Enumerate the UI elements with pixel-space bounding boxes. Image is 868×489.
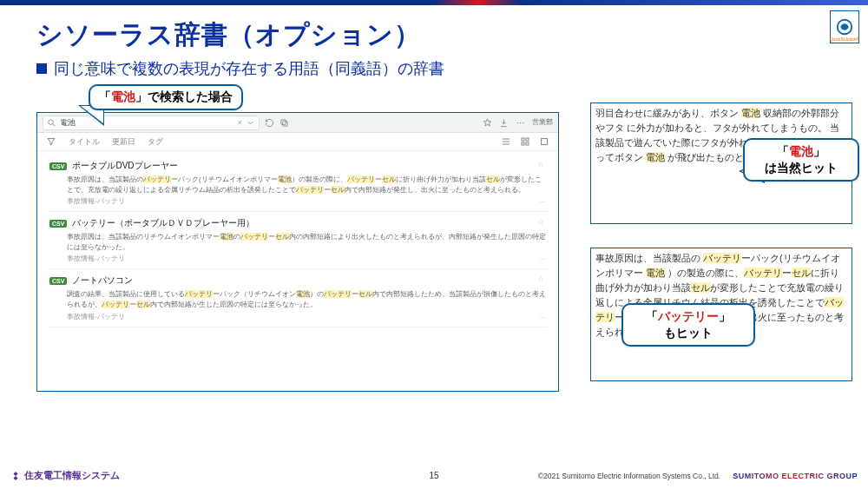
search-result[interactable]: CSVバッテリー（ポータブルＤＶＤプレーヤー用）☆事故原因は、当該製品のリチウム… [48, 212, 548, 269]
result-title: バッテリー（ポータブルＤＶＤプレーヤー用） [72, 217, 254, 229]
search-filter-row: タイトル 更新日 タグ [37, 133, 558, 151]
chevron-down-icon[interactable] [246, 118, 255, 128]
result-header: CSVポータブルDVDプレーヤー [49, 160, 546, 172]
snippet-text: の [233, 233, 240, 241]
star-icon[interactable] [483, 118, 492, 128]
snippet-text: ー [324, 186, 331, 194]
content-area: 「電池」で検索した場合 「電池」 は当然ヒット 「バッテリー」 もヒット 電池 … [36, 86, 859, 416]
search-result[interactable]: CSVポータブルDVDプレーヤー☆事故原因は、当該製品のバッテリーパック(リチウ… [48, 155, 548, 212]
product-logo-caption: QuickSolution® [830, 36, 860, 42]
keyword-highlight: 電池 [296, 290, 310, 298]
keyword-highlight: バッテリ [185, 290, 213, 298]
filetype-badge: CSV [49, 162, 67, 170]
favorite-star-icon[interactable]: ☆ [537, 160, 544, 169]
keyword-highlight: 電池 [646, 152, 665, 162]
keyword-highlight: セル [331, 186, 345, 194]
search-input-wrapper[interactable]: 電池 × [43, 116, 260, 130]
result-more-icon[interactable]: … [539, 196, 546, 204]
footer-company-logo: 住友電工情報システム [10, 469, 120, 482]
callout-search-term: 「電池」で検索した場合 [89, 84, 243, 110]
keyword-highlight: 電池 [741, 108, 760, 118]
result-title: ポータブルDVDプレーヤー [72, 160, 177, 172]
svg-point-4 [517, 122, 518, 122]
search-results-panel: 電池 × 営業部 タイトル 更新日 タグ CSVポータブ [36, 112, 559, 392]
svg-rect-9 [522, 142, 524, 145]
snippet-text: ー [782, 268, 792, 278]
bullet-square-icon [36, 63, 47, 74]
svg-rect-10 [526, 142, 529, 145]
refresh-icon[interactable] [265, 118, 274, 128]
snippet-text: ）の製造の際に、 [292, 175, 347, 183]
callout-highlight: 電池 [789, 144, 813, 158]
diamond-icon [10, 471, 21, 481]
list-view-icon[interactable] [501, 136, 511, 147]
favorite-star-icon[interactable]: ☆ [537, 217, 544, 226]
search-query-text: 電池 [60, 117, 76, 129]
keyword-highlight: バッテリ [143, 175, 171, 183]
keyword-highlight: バッテリ [347, 175, 375, 183]
result-meta: 事故情報-バッテリ… [67, 254, 546, 263]
footer-copyright: ©2021 Sumitomo Electric Information Syst… [538, 472, 720, 480]
result-more-icon[interactable]: … [539, 254, 546, 261]
svg-rect-11 [542, 139, 548, 145]
result-title: ノートパソコン [72, 274, 133, 287]
filetype-badge: CSV [49, 220, 67, 228]
snippet-text: ）の製造の際に、 [665, 268, 744, 278]
download-icon[interactable] [499, 118, 509, 128]
footer-group-brand: SUMITOMO ELECTRIC GROUP [733, 472, 858, 480]
top-accent-bar [0, 0, 868, 5]
grid-view-icon[interactable] [520, 136, 530, 147]
slide-subtitle-row: 同じ意味で複数の表現が存在する用語（同義語）の辞書 [36, 58, 868, 79]
keyword-highlight: 電池 [220, 233, 233, 241]
keyword-highlight: バッテリ [324, 290, 352, 298]
slide-subtitle: 同じ意味で複数の表現が存在する用語（同義語）の辞書 [54, 58, 444, 79]
filter-title[interactable]: タイトル [69, 136, 100, 148]
callout-text: 」で検索した場合 [135, 89, 233, 103]
keyword-highlight: セル [792, 268, 811, 278]
keyword-highlight: セル [358, 290, 372, 298]
snippet-text: ーパック(リチウムイオンポリマー [171, 175, 278, 183]
result-snippet: 事故原因は、当該製品のリチウムイオンポリマー電池のバッテリーセル内の内部短絡によ… [67, 232, 546, 252]
clear-search-button[interactable]: × [238, 118, 242, 127]
result-meta: 事故情報-バッテリ… [67, 196, 546, 206]
keyword-highlight: 電池 [278, 175, 292, 183]
favorite-star-icon[interactable]: ☆ [537, 274, 544, 283]
snippet-text: 事故原因は、当該製品の [595, 253, 703, 263]
callout-highlight: バッテリー [658, 309, 719, 323]
keyword-highlight: バッテリ [744, 268, 782, 278]
search-toolbar: 電池 × 営業部 [37, 113, 558, 133]
filter-date[interactable]: 更新日 [112, 136, 135, 148]
expand-icon[interactable] [539, 136, 549, 147]
callout-text: 「 [646, 309, 658, 323]
page-number: 15 [429, 471, 438, 480]
snippet-text: ーパック（リチウムイオン [213, 290, 296, 298]
search-icon [47, 118, 56, 128]
keyword-highlight: セル [136, 301, 150, 308]
result-more-icon[interactable]: … [539, 312, 546, 320]
svg-rect-8 [526, 138, 529, 141]
svg-rect-2 [283, 121, 288, 126]
filter-tag[interactable]: タグ [148, 136, 163, 148]
callout-text: もヒット [664, 326, 713, 340]
callout-text: 「 [99, 89, 111, 103]
callout-highlight: 電池 [111, 89, 135, 103]
snippet-text: に折り曲げ外力が加わり当該 [396, 175, 486, 183]
keyword-highlight: セル [691, 282, 710, 293]
snippet-text: ー [352, 290, 358, 298]
search-result[interactable]: CSVノートパソコン☆調査の結果、当該製品に使用しているバッテリーパック（リチウ… [48, 269, 548, 327]
result-snippet: 事故原因は、当該製品のバッテリーパック(リチウムイオンポリマー電池）の製造の際に… [67, 175, 546, 195]
more-icon[interactable] [516, 118, 525, 128]
snippet-text: ）の [310, 290, 324, 298]
snippet-text: 羽目合わせに緩みがあり、ボタン [595, 108, 741, 118]
keyword-highlight: 電池 [646, 268, 665, 278]
keyword-highlight: セル [382, 175, 396, 183]
copy-icon[interactable] [279, 118, 289, 128]
filter-icon[interactable] [46, 136, 56, 147]
snippet-text: 事故原因は、当該製品のリチウムイオンポリマー [67, 233, 220, 241]
svg-rect-7 [522, 138, 524, 141]
department-label: 営業部 [532, 119, 553, 126]
result-header: CSVバッテリー（ポータブルＤＶＤプレーヤー用） [49, 217, 546, 229]
snippet-text: ー [268, 233, 275, 241]
snippet-text: 内で内部短絡が発生し、出火に至ったものと考えられる。 [345, 186, 525, 194]
snippet-text: ー [375, 175, 382, 183]
